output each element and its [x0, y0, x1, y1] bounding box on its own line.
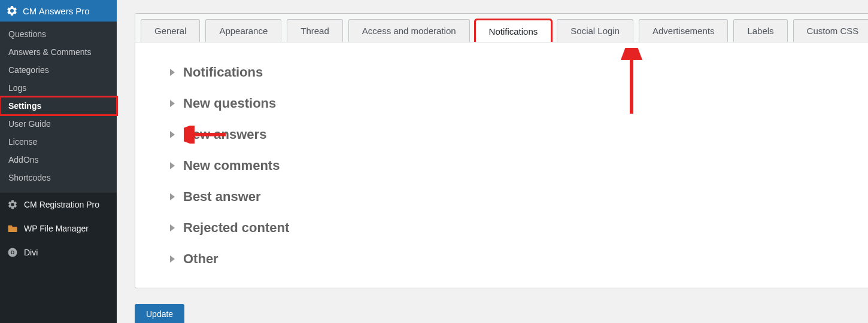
- triangle-right-icon: [170, 193, 175, 200]
- section-best-answer[interactable]: Best answer: [170, 181, 868, 212]
- sidebar-item-categories[interactable]: Categories: [0, 61, 117, 79]
- triangle-right-icon: [170, 131, 175, 138]
- section-label: New questions: [183, 96, 276, 111]
- gear-icon: [6, 5, 18, 17]
- settings-panel: General Appearance Thread Access and mod…: [135, 13, 868, 288]
- triangle-right-icon: [170, 224, 175, 231]
- tab-notifications[interactable]: Notifications: [475, 20, 552, 42]
- sidebar-menu-wp-file-manager[interactable]: WP File Manager: [0, 217, 117, 240]
- section-new-comments[interactable]: New comments: [170, 150, 868, 181]
- svg-text:D: D: [11, 249, 15, 255]
- section-label: New comments: [183, 158, 280, 173]
- sidebar-menu-label: Divi: [24, 248, 111, 257]
- sidebar-item-addons[interactable]: AddOns: [0, 151, 117, 169]
- section-label: New answers: [183, 127, 266, 142]
- sidebar-menu-active[interactable]: CM Answers Pro: [0, 0, 117, 22]
- main-content: General Appearance Thread Access and mod…: [117, 0, 868, 323]
- settings-tabs: General Appearance Thread Access and mod…: [135, 14, 868, 42]
- sidebar-item-questions[interactable]: Questions: [0, 25, 117, 43]
- triangle-right-icon: [170, 69, 175, 76]
- divi-icon: D: [6, 246, 19, 258]
- tab-advertisements[interactable]: Advertisements: [639, 19, 728, 42]
- admin-sidebar: CM Answers Pro Questions Answers & Comme…: [0, 0, 117, 323]
- accordion-sections: Notifications New questions New answers …: [135, 42, 868, 275]
- update-button[interactable]: Update: [135, 304, 184, 323]
- section-new-answers[interactable]: New answers: [170, 119, 868, 150]
- section-other[interactable]: Other: [170, 243, 868, 275]
- section-label: Rejected content: [183, 220, 289, 236]
- section-new-questions[interactable]: New questions: [170, 88, 868, 119]
- tab-social-login[interactable]: Social Login: [557, 19, 633, 42]
- triangle-right-icon: [170, 100, 175, 107]
- section-label: Other: [183, 251, 218, 267]
- sidebar-item-answers-comments[interactable]: Answers & Comments: [0, 43, 117, 61]
- sidebar-item-shortcodes[interactable]: Shortcodes: [0, 169, 117, 187]
- triangle-right-icon: [170, 162, 175, 169]
- sidebar-menu-cm-registration-pro[interactable]: CM Registration Pro: [0, 193, 117, 217]
- sidebar-menu-divi[interactable]: D Divi: [0, 240, 117, 264]
- sidebar-item-user-guide[interactable]: User Guide: [0, 115, 117, 133]
- section-label: Best answer: [183, 189, 261, 205]
- sidebar-item-settings[interactable]: Settings: [0, 97, 117, 115]
- tab-access-moderation[interactable]: Access and moderation: [348, 19, 470, 42]
- sidebar-item-logs[interactable]: Logs: [0, 79, 117, 97]
- tab-appearance[interactable]: Appearance: [205, 19, 281, 42]
- sidebar-menu-active-label: CM Answers Pro: [23, 6, 90, 16]
- triangle-right-icon: [170, 255, 175, 263]
- tab-thread[interactable]: Thread: [287, 19, 343, 42]
- tab-custom-css[interactable]: Custom CSS: [793, 19, 868, 42]
- tab-general[interactable]: General: [141, 19, 200, 42]
- sidebar-menu-label: CM Registration Pro: [24, 200, 111, 209]
- gear-icon: [6, 199, 19, 211]
- tab-labels[interactable]: Labels: [733, 19, 787, 42]
- sidebar-menu-label: WP File Manager: [24, 224, 111, 233]
- section-notifications[interactable]: Notifications: [170, 57, 868, 88]
- sidebar-submenu: Questions Answers & Comments Categories …: [0, 22, 117, 193]
- section-label: Notifications: [183, 65, 263, 80]
- folder-icon: [6, 223, 19, 234]
- sidebar-item-license[interactable]: License: [0, 133, 117, 151]
- section-rejected-content[interactable]: Rejected content: [170, 212, 868, 243]
